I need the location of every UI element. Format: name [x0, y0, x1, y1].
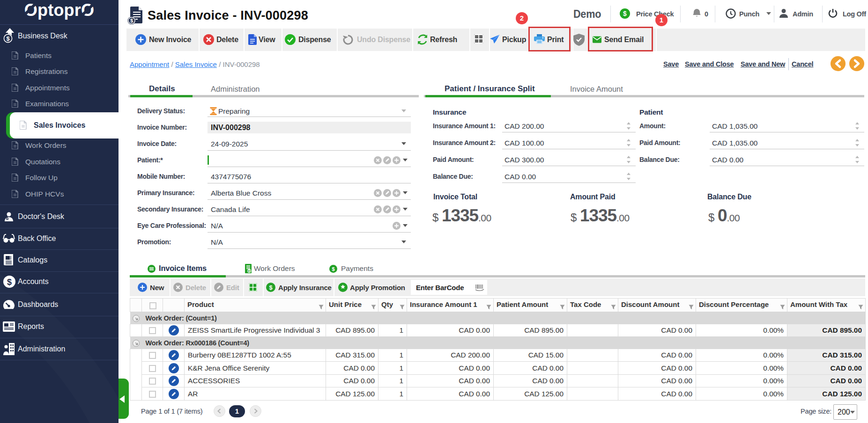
svg-text:$: $: [269, 284, 273, 291]
svg-text:$: $: [6, 35, 10, 42]
svg-text:$: $: [248, 269, 250, 273]
svg-text:$: $: [7, 277, 12, 287]
svg-text:$: $: [623, 10, 627, 17]
svg-text:$: $: [130, 18, 133, 23]
svg-text:$: $: [332, 266, 334, 272]
